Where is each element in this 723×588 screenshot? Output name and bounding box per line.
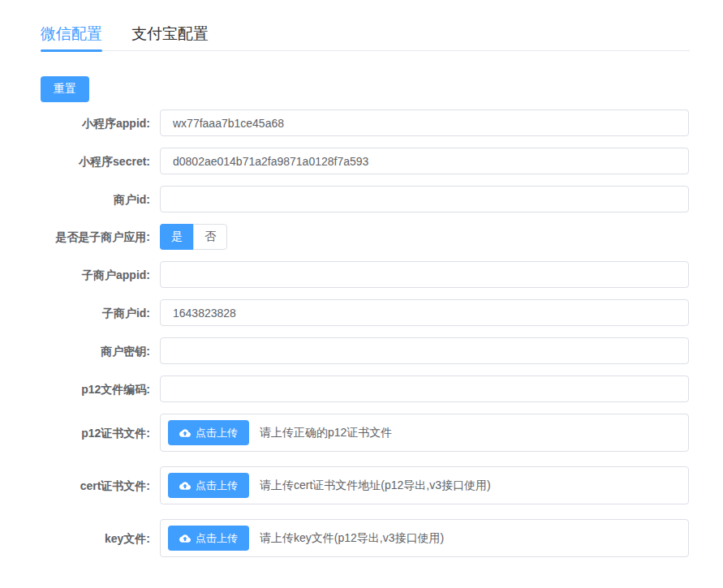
form-row-p12-encoding: p12文件编码: — [34, 376, 723, 402]
radio-option-no[interactable]: 否 — [193, 224, 227, 250]
form-row-merchant-id: 商户id: — [34, 186, 723, 212]
cloud-upload-icon — [179, 427, 191, 439]
cloud-upload-icon — [179, 533, 191, 544]
cert-file-upload-button[interactable]: 点击上传 — [168, 473, 249, 498]
tab-alipay-config[interactable]: 支付宝配置 — [131, 21, 209, 50]
key-file-upload-area: 点击上传 请上传key文件(p12导出,v3接口使用) — [160, 519, 689, 557]
config-tabs: 微信配置 支付宝配置 — [41, 21, 690, 51]
form-row-cert-file: cert证书文件: 点击上传 请上传cert证书文件地址(p12导出,v3接口使… — [34, 466, 723, 504]
payment-config-page: 微信配置 支付宝配置 重置 小程序appid: 小程序secret: 商户id:… — [0, 0, 723, 557]
miniapp-appid-label: 小程序appid: — [34, 115, 160, 131]
miniapp-secret-input[interactable] — [160, 148, 689, 174]
radio-option-yes[interactable]: 是 — [160, 224, 193, 250]
key-file-label: key文件: — [34, 530, 160, 547]
reset-button[interactable]: 重置 — [41, 76, 89, 102]
sub-merchant-id-label: 子商户id: — [34, 305, 160, 321]
upload-button-label: 点击上传 — [196, 479, 238, 493]
p12-cert-upload-hint: 请上传正确的p12证书文件 — [260, 426, 392, 440]
merchant-id-label: 商户id: — [34, 191, 160, 208]
form-row-is-sub-merchant: 是否是子商户应用: 是 否 — [34, 224, 723, 250]
key-file-upload-hint: 请上传key文件(p12导出,v3接口使用) — [260, 531, 444, 546]
upload-button-label: 点击上传 — [196, 531, 238, 546]
form-row-miniapp-secret: 小程序secret: — [34, 148, 723, 174]
cert-file-label: cert证书文件: — [34, 478, 160, 494]
p12-cert-file-label: p12证书文件: — [34, 425, 160, 441]
sub-merchant-appid-label: 子商户appid: — [34, 267, 160, 283]
merchant-key-label: 商户密钥: — [34, 343, 160, 359]
form-row-sub-merchant-appid: 子商户appid: — [34, 261, 723, 288]
merchant-key-input[interactable] — [160, 337, 689, 364]
form-row-p12-cert-file: p12证书文件: 点击上传 请上传正确的p12证书文件 — [34, 414, 723, 452]
sub-merchant-appid-input[interactable] — [160, 261, 689, 288]
miniapp-secret-label: 小程序secret: — [34, 153, 160, 170]
key-file-upload-button[interactable]: 点击上传 — [168, 526, 249, 551]
p12-encoding-input[interactable] — [160, 376, 689, 402]
form-row-miniapp-appid: 小程序appid: — [34, 109, 723, 136]
p12-cert-upload-area: 点击上传 请上传正确的p12证书文件 — [160, 414, 689, 452]
wechat-config-form: 小程序appid: 小程序secret: 商户id: 是否是子商户应用: 是 否… — [0, 109, 723, 557]
p12-cert-upload-button[interactable]: 点击上传 — [168, 420, 249, 445]
miniapp-appid-input[interactable] — [160, 109, 689, 136]
tab-wechat-config[interactable]: 微信配置 — [41, 21, 102, 50]
is-sub-merchant-radio-group: 是 否 — [160, 224, 227, 250]
merchant-id-input[interactable] — [160, 186, 689, 212]
form-row-key-file: key文件: 点击上传 请上传key文件(p12导出,v3接口使用) — [34, 519, 723, 557]
form-row-merchant-key: 商户密钥: — [34, 337, 723, 364]
cert-file-upload-area: 点击上传 请上传cert证书文件地址(p12导出,v3接口使用) — [160, 466, 689, 504]
cloud-upload-icon — [179, 480, 191, 491]
cert-file-upload-hint: 请上传cert证书文件地址(p12导出,v3接口使用) — [260, 479, 491, 493]
p12-encoding-label: p12文件编码: — [34, 381, 160, 397]
form-row-sub-merchant-id: 子商户id: — [34, 299, 723, 326]
is-sub-merchant-label: 是否是子商户应用: — [34, 229, 160, 245]
sub-merchant-id-input[interactable] — [160, 299, 689, 326]
upload-button-label: 点击上传 — [196, 426, 238, 440]
